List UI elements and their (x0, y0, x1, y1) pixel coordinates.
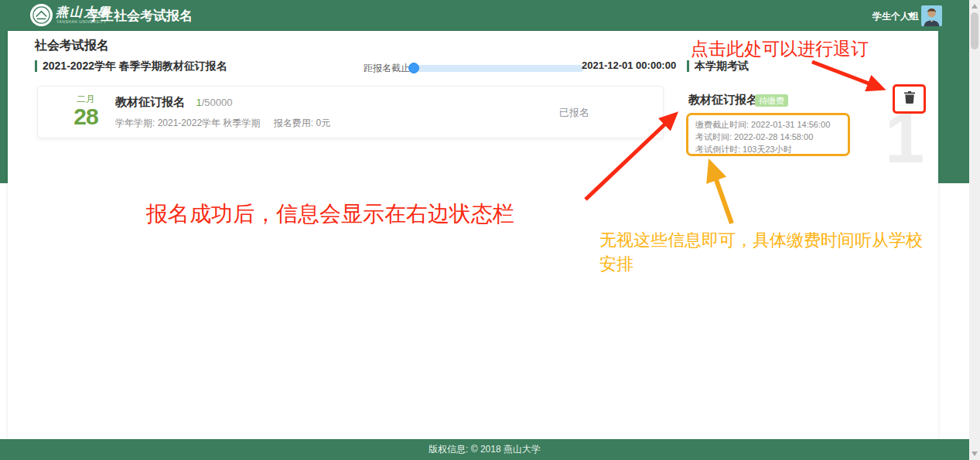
exam-status-badge: 待缴费 (755, 94, 788, 107)
card-date-day: 28 (64, 104, 108, 129)
card-title: 教材征订报名 (115, 95, 185, 108)
card-count-current: 1 (196, 97, 201, 108)
annotation-ignore-tip-line1: 无视这些信息即可，具体缴费时间听从学校 (599, 228, 932, 252)
card-date: 二月 28 (64, 94, 108, 129)
exam-countdown: 考试倒计时: 103天23小时 (695, 143, 841, 155)
exam-time: 考试时间: 2022-02-28 14:58:00 (695, 131, 841, 143)
section-bar-left (35, 60, 37, 72)
registration-card[interactable]: 二月 28 教材征订报名 1/50000 学年学期: 2021-2022学年 秋… (37, 86, 664, 138)
card-meta: 学年学期: 2021-2022学年 秋季学期 报名费用: 0元 (115, 117, 330, 130)
annotation-unsubscribe-tip: 点击此处可以进行退订 (691, 37, 869, 61)
university-seal-icon (29, 3, 53, 27)
trash-icon (904, 91, 915, 107)
scroll-down-icon[interactable] (971, 451, 978, 456)
annotation-ignore-tip: 无视这些信息即可，具体缴费时间听从学校 安排 (599, 228, 932, 276)
exam-pay-deadline: 缴费截止时间: 2022-01-31 14:56:00 (695, 118, 841, 131)
left-section-title: 2021-2022学年 春季学期教材征订报名 (43, 60, 227, 73)
card-meta-term: 学年学期: 2021-2022学年 秋季学期 (115, 118, 260, 128)
page-title: 社会考试报名 (35, 38, 109, 54)
card-title-row: 教材征订报名 1/50000 (115, 95, 232, 110)
deadline-label: 距报名截止 (364, 62, 410, 75)
scrollbar-thumb[interactable] (971, 12, 978, 49)
deadline-time: 2021-12-01 00:00:00 (582, 60, 676, 71)
trash-highlight-box (893, 84, 926, 114)
card-count-total: /50000 (202, 97, 233, 108)
footer-bar: 版权信息: © 2018 燕山大学 (0, 439, 969, 460)
exam-title: 教材征订报名 (688, 93, 758, 107)
deadline-progress-bar (410, 65, 584, 72)
section-bar-right (687, 60, 689, 72)
student-exam-registration-page: 燕山大學 YANSHAN UNIVERSITY 学生社会考试报名 学生个人组 社… (0, 0, 980, 460)
card-date-month: 二月 (64, 94, 108, 104)
annotation-status-tip: 报名成功后，信息会显示在右边状态栏 (146, 199, 514, 229)
scroll-up-icon[interactable] (971, 4, 978, 9)
chevron-down-icon[interactable] (907, 13, 915, 18)
avatar[interactable] (921, 5, 942, 26)
annotation-ignore-tip-line2: 安排 (599, 252, 932, 276)
vertical-scrollbar[interactable] (969, 0, 980, 460)
header-bar: 燕山大學 YANSHAN UNIVERSITY 学生社会考试报名 学生个人组 (0, 0, 969, 31)
progress-knob (408, 63, 419, 73)
unsubscribe-button[interactable] (901, 90, 918, 107)
app-title: 学生社会考试报名 (87, 7, 193, 25)
card-status: 已报名 (559, 106, 589, 120)
card-meta-fee: 报名费用: 0元 (274, 118, 330, 128)
footer-copyright: 版权信息: © 2018 燕山大学 (429, 443, 541, 456)
right-section-title: 本学期考试 (695, 60, 749, 73)
exam-detail-box: 缴费截止时间: 2022-01-31 14:56:00 考试时间: 2022-0… (686, 113, 850, 156)
